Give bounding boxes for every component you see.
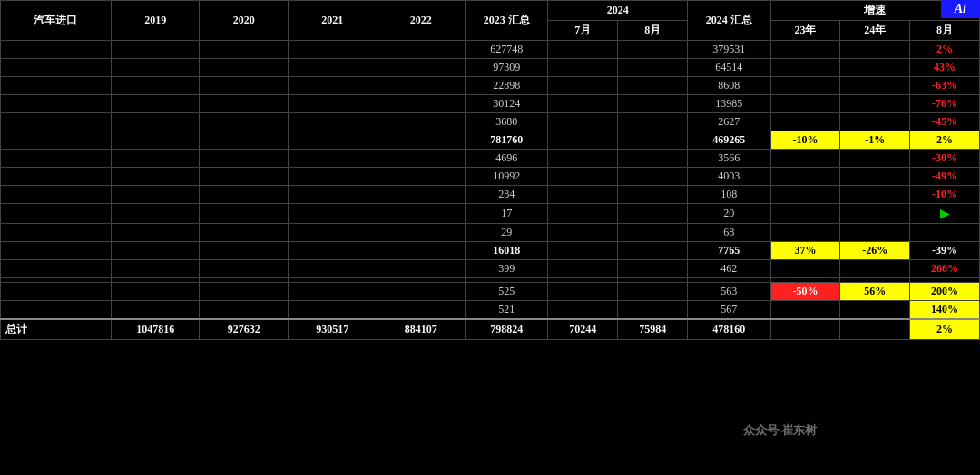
table-cell-speed8: -39% xyxy=(910,242,980,260)
table-cell xyxy=(200,260,289,278)
col-header-2024: 2024 xyxy=(548,1,688,21)
table-row: 525563-50%56%200% xyxy=(1,283,980,301)
table-cell xyxy=(618,95,688,113)
table-cell xyxy=(377,113,466,131)
table-row: 109924003-49% xyxy=(1,168,980,186)
total-cell: 927632 xyxy=(200,319,289,340)
table-cell xyxy=(548,150,618,168)
table-cell xyxy=(288,283,377,301)
table-cell xyxy=(200,301,289,320)
table-cell: 8608 xyxy=(688,77,770,95)
col-header-2022: 2022 xyxy=(377,1,466,41)
table-cell: -50% xyxy=(770,283,840,301)
table-cell xyxy=(288,95,377,113)
table-cell xyxy=(840,59,910,77)
table-row: 284108-10% xyxy=(1,186,980,204)
table-cell xyxy=(548,301,618,320)
table-cell xyxy=(200,131,289,150)
table-cell xyxy=(770,41,840,59)
table-cell xyxy=(111,224,200,242)
table-row: 228988608-63% xyxy=(1,77,980,95)
table-cell-speed8: -63% xyxy=(910,77,980,95)
table-cell xyxy=(288,59,377,77)
table-cell xyxy=(288,131,377,150)
table-cell: 379531 xyxy=(688,41,770,59)
table-cell xyxy=(111,41,200,59)
table-cell xyxy=(840,301,910,320)
table-cell xyxy=(770,224,840,242)
table-cell xyxy=(200,41,289,59)
table-cell xyxy=(840,150,910,168)
table-cell xyxy=(1,168,112,186)
table-cell xyxy=(548,95,618,113)
table-cell xyxy=(548,283,618,301)
table-cell xyxy=(111,242,200,260)
table-cell xyxy=(377,59,466,77)
table-cell xyxy=(548,41,618,59)
table-cell xyxy=(840,168,910,186)
col-header-2020: 2020 xyxy=(200,1,289,41)
table-cell: 29 xyxy=(466,224,548,242)
table-cell xyxy=(618,204,688,224)
table-cell: 22898 xyxy=(466,77,548,95)
table-cell xyxy=(840,260,910,278)
table-cell xyxy=(288,150,377,168)
table-cell xyxy=(770,186,840,204)
table-cell xyxy=(111,204,200,224)
table-cell: 108 xyxy=(688,186,770,204)
table-cell xyxy=(200,59,289,77)
table-cell xyxy=(770,168,840,186)
table-cell xyxy=(288,242,377,260)
table-cell xyxy=(1,242,112,260)
table-cell xyxy=(200,283,289,301)
col-header-m7: 7月 xyxy=(548,21,618,41)
table-cell: -26% xyxy=(840,242,910,260)
table-cell xyxy=(618,186,688,204)
table-cell: 567 xyxy=(688,301,770,320)
table-cell xyxy=(377,77,466,95)
table-cell: 469265 xyxy=(688,131,770,150)
table-row: 6277483795312% xyxy=(1,41,980,59)
table-cell-speed8: -10% xyxy=(910,186,980,204)
table-cell xyxy=(1,113,112,131)
table-cell xyxy=(770,260,840,278)
table-cell xyxy=(1,41,112,59)
table-cell: 2627 xyxy=(688,113,770,131)
table-cell: 56% xyxy=(840,283,910,301)
col-header-sp8: 8月 xyxy=(910,21,980,41)
table-cell xyxy=(548,77,618,95)
total-cell: 总计 xyxy=(1,319,112,340)
table-cell: 399 xyxy=(466,260,548,278)
table-cell: 284 xyxy=(466,186,548,204)
table-cell xyxy=(288,41,377,59)
table-cell xyxy=(288,301,377,320)
table-cell-speed8: 43% xyxy=(910,59,980,77)
table-cell xyxy=(618,59,688,77)
col-header-sp24: 24年 xyxy=(840,21,910,41)
table-cell: 97309 xyxy=(466,59,548,77)
table-row: 3012413985-76% xyxy=(1,95,980,113)
table-cell xyxy=(770,95,840,113)
table-cell xyxy=(1,77,112,95)
total-speed8: 2% xyxy=(910,319,980,340)
table-cell xyxy=(770,59,840,77)
table-cell: 462 xyxy=(688,260,770,278)
table-cell: -1% xyxy=(840,131,910,150)
data-table: 汽车进口 2019 2020 2021 2022 2023 汇总 2024 20… xyxy=(0,0,980,340)
table-cell xyxy=(1,301,112,320)
table-cell: 3680 xyxy=(466,113,548,131)
table-cell xyxy=(1,59,112,77)
table-cell: 3566 xyxy=(688,150,770,168)
table-cell xyxy=(618,113,688,131)
table-cell xyxy=(1,186,112,204)
table-cell: 37% xyxy=(770,242,840,260)
table-cell xyxy=(111,260,200,278)
table-cell xyxy=(548,224,618,242)
table-cell xyxy=(288,204,377,224)
total-cell: 70244 xyxy=(548,319,618,340)
table-cell xyxy=(200,77,289,95)
table-cell xyxy=(200,113,289,131)
table-cell-speed8 xyxy=(910,224,980,242)
table-cell xyxy=(618,77,688,95)
table-row: 46963566-30% xyxy=(1,150,980,168)
